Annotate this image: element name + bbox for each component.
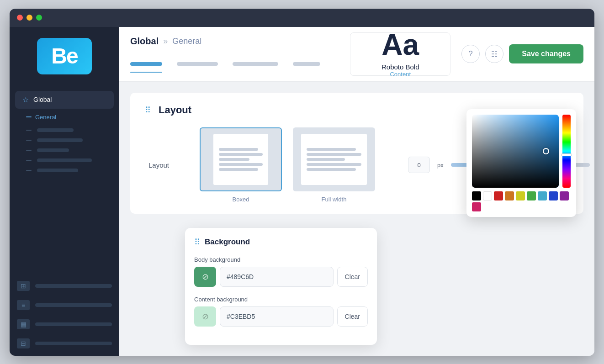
font-preview-text: Aa xyxy=(381,30,419,59)
layout-line xyxy=(307,148,356,151)
tab-3[interactable] xyxy=(293,56,320,72)
minimize-button[interactable] xyxy=(26,15,32,21)
color-picker-popup xyxy=(466,109,576,217)
logo-area: Be xyxy=(10,27,119,85)
px-label: px xyxy=(437,162,444,169)
content-clear-button[interactable]: Clear xyxy=(337,306,368,327)
layout-option-boxed[interactable]: Boxed xyxy=(200,127,282,203)
content-background-row: Content background ⊘ #C3EBD5 Clear xyxy=(194,296,368,327)
preset-pink[interactable] xyxy=(472,202,481,211)
px-field[interactable]: 0 xyxy=(408,157,430,173)
breadcrumb-separator: » xyxy=(163,37,168,46)
dash-icon xyxy=(26,116,32,117)
layout-line xyxy=(307,158,345,161)
preset-black[interactable] xyxy=(472,191,481,200)
tab-skeleton-0 xyxy=(130,62,162,66)
font-preview-card: Aa Roboto Bold Content xyxy=(350,32,450,76)
sidebar-bottom-icons: ⊞ ≡ ▦ ⊟ xyxy=(10,274,119,356)
sidebar-sub-3[interactable] xyxy=(10,145,119,155)
save-changes-button[interactable]: Save changes xyxy=(509,44,583,63)
preset-orange[interactable] xyxy=(505,191,514,200)
dash-icon xyxy=(26,140,32,141)
layout-line xyxy=(219,153,263,156)
tab-1[interactable] xyxy=(177,56,218,72)
sidebar-general-label: General xyxy=(35,114,56,121)
main-header: Global » General xyxy=(119,27,594,82)
sidebar-sub-2[interactable] xyxy=(10,135,119,145)
sidebar-skeleton-3 xyxy=(37,148,69,152)
layout-thumb-fullwidth xyxy=(293,127,375,191)
dash-icon xyxy=(26,170,32,171)
sidebar-global-label: Global xyxy=(33,96,52,103)
breadcrumb-global: Global xyxy=(130,36,159,47)
tab-2[interactable] xyxy=(233,56,278,72)
layout-section-icon: ⠿ xyxy=(141,104,154,116)
app-window: Be ☆ Global General xyxy=(10,9,594,356)
color-swatch-icon: ⊘ xyxy=(202,311,209,322)
sidebar-bottom-item-3[interactable]: ▦ xyxy=(17,319,112,329)
tab-skeleton-1 xyxy=(177,62,218,66)
tabs-row xyxy=(130,56,350,72)
content-color-swatch[interactable]: ⊘ xyxy=(194,306,216,327)
preset-teal[interactable] xyxy=(538,191,547,200)
tab-0[interactable] xyxy=(130,56,162,72)
color-presets xyxy=(472,191,571,211)
hue-slider[interactable] xyxy=(562,115,571,188)
sidebar-sub-1[interactable] xyxy=(10,124,119,135)
layout-line xyxy=(307,168,356,171)
sidebar-sub-5[interactable] xyxy=(10,165,119,175)
preset-green[interactable] xyxy=(527,191,536,200)
sidebar-bottom-item-4[interactable]: ⊟ xyxy=(17,338,112,348)
layout-line xyxy=(219,168,258,171)
panel-title: Background xyxy=(205,237,250,247)
maximize-button[interactable] xyxy=(36,15,42,21)
columns-icon: ⊟ xyxy=(17,338,30,348)
sidebar-bottom-skeleton-1 xyxy=(35,284,112,288)
sidebar-skeleton-2 xyxy=(37,138,83,142)
dash-icon xyxy=(26,150,32,151)
body-background-row: Body background ⊘ #489C6D Clear xyxy=(194,256,368,287)
sidebar-skeleton-5 xyxy=(37,169,78,172)
picker-cursor[interactable] xyxy=(543,148,549,154)
layout-label: Layout xyxy=(148,161,185,169)
preset-purple[interactable] xyxy=(560,191,569,200)
layout-option-fullwidth[interactable]: Full width xyxy=(293,127,375,203)
sidebar-item-global[interactable]: ☆ Global xyxy=(15,91,114,109)
layout-line xyxy=(219,163,263,166)
content-hex-value: #C3EBD5 xyxy=(227,313,255,320)
preset-red[interactable] xyxy=(494,191,503,200)
content-background-label: Content background xyxy=(194,296,368,303)
sidebar-bottom-item-1[interactable]: ⊞ xyxy=(17,281,112,291)
px-value: 0 xyxy=(417,162,420,169)
preset-blue[interactable] xyxy=(549,191,558,200)
list-icon: ≡ xyxy=(17,300,30,310)
layout-options: Boxed xyxy=(200,127,375,203)
help-button[interactable]: ? xyxy=(461,45,480,63)
header-actions: ? ☷ Save changes xyxy=(450,27,583,81)
color-gradient-area[interactable] xyxy=(472,115,559,188)
close-button[interactable] xyxy=(17,15,23,21)
sidebar: Be ☆ Global General xyxy=(10,27,119,356)
body-color-input-group: ⊘ #489C6D Clear xyxy=(194,267,368,287)
preset-white[interactable] xyxy=(483,191,492,200)
grid-icon: ▦ xyxy=(17,319,30,329)
body-clear-button[interactable]: Clear xyxy=(337,267,368,287)
notes-icon: ☷ xyxy=(491,50,498,58)
sidebar-bottom-skeleton-3 xyxy=(35,322,112,326)
sidebar-item-general[interactable]: General xyxy=(10,111,119,124)
preset-yellow[interactable] xyxy=(516,191,525,200)
layout-line xyxy=(307,163,361,166)
dash-icon xyxy=(26,130,32,131)
notes-button[interactable]: ☷ xyxy=(485,45,503,63)
tab-skeleton-3 xyxy=(293,62,320,66)
sidebar-sub-4[interactable] xyxy=(10,155,119,165)
sidebar-bottom-item-2[interactable]: ≡ xyxy=(17,300,112,310)
title-bar xyxy=(10,9,594,27)
traffic-lights xyxy=(17,15,42,21)
content-hex-display[interactable]: #C3EBD5 xyxy=(220,306,334,327)
content-color-input-group: ⊘ #C3EBD5 Clear xyxy=(194,306,368,327)
body-hex-display[interactable]: #489C6D xyxy=(220,267,334,287)
body-color-swatch[interactable]: ⊘ xyxy=(194,267,216,287)
sidebar-skeleton-1 xyxy=(37,128,74,132)
panel-icon: ⠿ xyxy=(194,237,200,247)
